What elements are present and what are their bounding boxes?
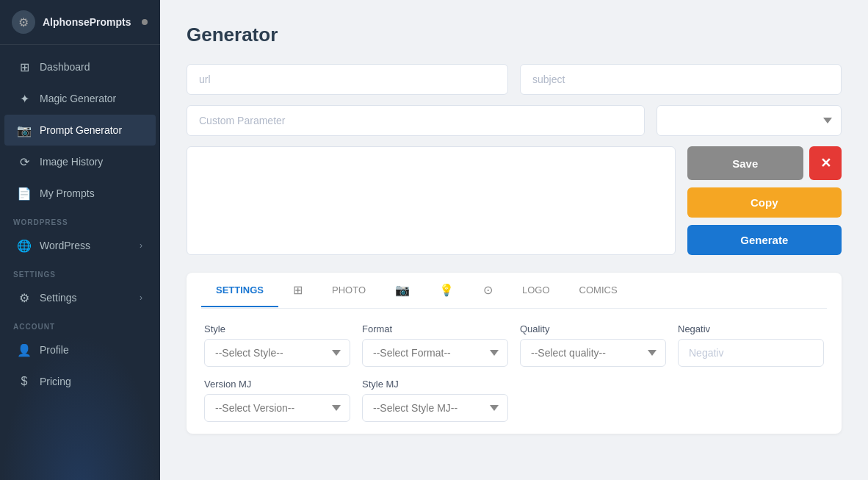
quality-field: Quality --Select quality-- — [520, 323, 666, 367]
style-label: Style — [204, 323, 350, 334]
settings-icon: ⚙ — [18, 291, 31, 304]
style-mj-label: Style MJ — [362, 379, 508, 390]
url-subject-row — [187, 64, 842, 95]
style-mj-field: Style MJ --Select Style MJ-- — [362, 379, 508, 422]
style-field: Style --Select Style-- — [204, 323, 350, 367]
version-mj-field: Version MJ --Select Version-- — [204, 379, 350, 422]
sidebar-item-label: Magic Generator — [40, 93, 116, 104]
prompt-textarea[interactable] — [187, 146, 676, 255]
action-buttons: Save ✕ Copy Generate — [687, 146, 842, 255]
style-select[interactable]: --Select Style-- — [204, 339, 350, 367]
wordpress-icon: 🌐 — [18, 239, 31, 252]
logo-dot — [142, 19, 148, 25]
format-select[interactable]: --Select Format-- — [362, 339, 508, 367]
sidebar-item-label: WordPress — [40, 240, 90, 251]
chevron-right-icon: › — [140, 293, 142, 303]
prompt-icon: 📷 — [18, 123, 31, 137]
textarea-buttons-row: Save ✕ Copy Generate — [187, 146, 842, 255]
sidebar-item-label: Pricing — [40, 376, 71, 387]
scan-icon: ⊙ — [483, 283, 493, 297]
profile-icon: 👤 — [18, 343, 31, 357]
tab-photo-icon[interactable]: ⊞ — [278, 273, 317, 309]
tabs-header: SETTINGS ⊞ PHOTO 📷 💡 ⊙ LOGO COMICS — [201, 273, 827, 309]
sidebar-item-dashboard[interactable]: ⊞ Dashboard — [4, 51, 156, 82]
prompts-icon: 📄 — [18, 187, 31, 200]
sidebar-item-profile[interactable]: 👤 Profile — [4, 334, 156, 365]
tabs-content: Style --Select Style-- Format --Select F… — [201, 309, 827, 434]
tab-comics-label: COMICS — [579, 284, 618, 295]
url-input[interactable] — [187, 64, 508, 95]
x-icon: ✕ — [820, 155, 831, 171]
sidebar-item-prompt-generator[interactable]: 📷 Prompt Generator — [4, 115, 156, 146]
light-icon: 💡 — [439, 283, 454, 297]
dashboard-icon: ⊞ — [18, 60, 31, 74]
format-field: Format --Select Format-- — [362, 323, 508, 367]
sidebar-item-pricing[interactable]: $ Pricing — [4, 366, 156, 397]
quality-select[interactable]: --Select quality-- — [520, 339, 666, 367]
tabs-section: SETTINGS ⊞ PHOTO 📷 💡 ⊙ LOGO COMICS — [187, 273, 842, 434]
settings-grid-row2: Version MJ --Select Version-- Style MJ -… — [204, 379, 824, 422]
magic-icon: ✦ — [18, 92, 31, 105]
tab-light[interactable]: 💡 — [424, 273, 469, 309]
tab-settings[interactable]: SETTINGS — [201, 274, 278, 307]
version-mj-select[interactable]: --Select Version-- — [204, 394, 350, 422]
custom-param-select[interactable] — [657, 105, 842, 136]
delete-button[interactable]: ✕ — [809, 146, 842, 180]
sidebar-item-wordpress[interactable]: 🌐 WordPress › — [4, 230, 156, 261]
sidebar-item-image-history[interactable]: ⟳ Image History — [4, 146, 156, 177]
sidebar-nav: ⊞ Dashboard ✦ Magic Generator 📷 Prompt G… — [0, 45, 160, 480]
save-button[interactable]: Save — [687, 146, 804, 180]
section-label-wordpress: WORDPRESS — [0, 209, 160, 229]
section-label-account: ACCOUNT — [0, 314, 160, 334]
settings-grid-row1: Style --Select Style-- Format --Select F… — [204, 323, 824, 367]
sidebar-item-label: Profile — [40, 344, 69, 356]
negativ-label: Negativ — [678, 323, 824, 334]
tab-comics[interactable]: COMICS — [565, 274, 632, 307]
sidebar-item-label: My Prompts — [40, 187, 95, 199]
sidebar-item-label: Prompt Generator — [40, 124, 122, 136]
custom-param-row — [187, 105, 842, 136]
sidebar: ⚙ AlphonsePrompts ⊞ Dashboard ✦ Magic Ge… — [0, 0, 160, 480]
quality-label: Quality — [520, 323, 666, 334]
tab-photo[interactable]: PHOTO — [317, 274, 380, 307]
history-icon: ⟳ — [18, 155, 31, 168]
logo-text: AlphonsePrompts — [43, 16, 131, 28]
copy-button[interactable]: Copy — [687, 187, 842, 218]
save-delete-row: Save ✕ — [687, 146, 842, 180]
version-mj-label: Version MJ — [204, 379, 350, 390]
tab-photo-label: PHOTO — [332, 284, 366, 295]
sidebar-item-label: Dashboard — [40, 61, 90, 73]
sidebar-item-label: Settings — [40, 292, 77, 304]
tab-logo[interactable]: LOGO — [507, 274, 565, 307]
empty-col-3 — [520, 379, 666, 422]
pricing-icon: $ — [18, 375, 31, 388]
chevron-right-icon: › — [140, 240, 142, 251]
logo-icon: ⚙ — [12, 10, 35, 34]
format-label: Format — [362, 323, 508, 334]
tab-photo-cam[interactable]: 📷 — [380, 273, 424, 309]
main-content: Generator Save ✕ Copy Generate SET — [160, 0, 868, 480]
subject-input[interactable] — [520, 64, 842, 95]
negativ-field: Negativ — [678, 323, 824, 367]
sidebar-item-magic-generator[interactable]: ✦ Magic Generator — [4, 83, 156, 114]
tab-logo-label: LOGO — [522, 284, 550, 295]
grid-icon: ⊞ — [293, 283, 303, 297]
section-label-settings: SETTINGS — [0, 262, 160, 282]
negativ-input[interactable] — [678, 339, 824, 367]
tab-settings-label: SETTINGS — [216, 284, 264, 295]
camera-icon: 📷 — [395, 283, 410, 297]
style-mj-select[interactable]: --Select Style MJ-- — [362, 394, 508, 422]
sidebar-logo: ⚙ AlphonsePrompts — [0, 0, 160, 45]
page-title: Generator — [187, 24, 842, 46]
tab-scan[interactable]: ⊙ — [469, 273, 507, 309]
sidebar-item-my-prompts[interactable]: 📄 My Prompts — [4, 178, 156, 209]
sidebar-item-settings[interactable]: ⚙ Settings › — [4, 282, 156, 313]
sidebar-item-label: Image History — [40, 156, 103, 168]
empty-col-4 — [678, 379, 824, 422]
custom-param-input[interactable] — [187, 105, 645, 136]
generate-button[interactable]: Generate — [687, 225, 842, 255]
